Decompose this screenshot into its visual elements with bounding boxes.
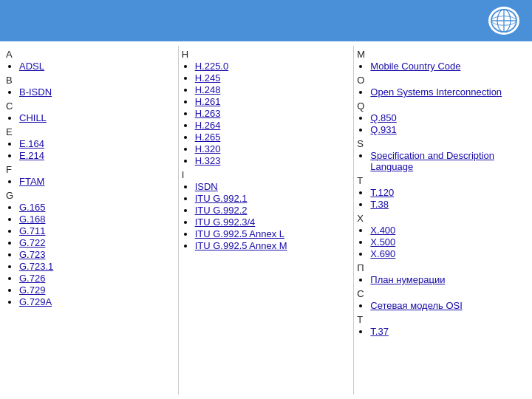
link-list-F: FTAM	[6, 176, 175, 187]
link-План-нумерации[interactable]: План нумерации	[370, 274, 445, 285]
list-item: E.214	[19, 150, 175, 161]
link-T.37[interactable]: T.37	[370, 326, 389, 337]
link-E.164[interactable]: E.164	[19, 138, 44, 149]
link-ITU-G.992.5-Annex-M[interactable]: ITU G.992.5 Annex M	[195, 240, 287, 251]
list-item: ISDN	[195, 181, 351, 192]
link-Mobile-Country-Code[interactable]: Mobile Country Code	[370, 61, 460, 72]
link-H.320[interactable]: H.320	[195, 143, 221, 154]
link-ITU-G.992.3/4[interactable]: ITU G.992.3/4	[195, 216, 256, 228]
content-area: AADSLBB-ISDNCCHILLEE.164E.214FFTAMGG.165…	[0, 41, 532, 399]
section-letter-T: T	[357, 175, 526, 186]
header	[0, 0, 532, 41]
list-item: Open Systems Interconnection	[370, 86, 526, 98]
list-item: H.261	[195, 96, 351, 107]
section-letter-A: A	[6, 49, 175, 60]
link-X.400[interactable]: X.400	[370, 225, 395, 236]
list-item: G.722	[19, 237, 175, 248]
list-item: ITU G.992.5 Annex L	[195, 228, 351, 239]
list-item: T.120	[370, 187, 526, 198]
link-B-ISDN[interactable]: B-ISDN	[19, 86, 52, 98]
link-Open-Systems-Interconnection[interactable]: Open Systems Interconnection	[370, 86, 502, 98]
link-G.165[interactable]: G.165	[19, 202, 45, 213]
list-item: G.168	[19, 214, 175, 225]
link-list-С: Сетевая модель OSI	[357, 300, 526, 311]
list-item: G.711	[19, 225, 175, 236]
link-X.690[interactable]: X.690	[370, 248, 395, 259]
list-item: G.165	[19, 202, 175, 213]
link-H.264[interactable]: H.264	[195, 120, 221, 131]
list-item: H.265	[195, 132, 351, 143]
link-H.225.0[interactable]: H.225.0	[195, 61, 229, 72]
link-T.38[interactable]: T.38	[370, 199, 389, 210]
link-H.245[interactable]: H.245	[195, 72, 221, 83]
list-item: X.500	[370, 236, 526, 248]
link-ITU-G.992.5-Annex-L[interactable]: ITU G.992.5 Annex L	[195, 228, 284, 239]
link-T.120[interactable]: T.120	[370, 187, 394, 198]
link-G.723.1[interactable]: G.723.1	[19, 261, 53, 272]
list-item: G.729	[19, 284, 175, 296]
link-X.500[interactable]: X.500	[370, 236, 395, 248]
link-list-Т: T.37	[357, 326, 526, 337]
link-list-I: ISDNITU G.992.1ITU G.992.2ITU G.992.3/4I…	[182, 181, 351, 251]
list-item: T.38	[370, 199, 526, 210]
list-item: G.723.1	[19, 261, 175, 272]
link-ITU-G.992.1[interactable]: ITU G.992.1	[195, 193, 248, 204]
link-list-A: ADSL	[6, 61, 175, 72]
list-item: B-ISDN	[19, 86, 175, 98]
link-CHILL[interactable]: CHILL	[19, 112, 47, 123]
list-item: X.690	[370, 248, 526, 259]
link-G.729[interactable]: G.729	[19, 284, 45, 296]
link-H.248[interactable]: H.248	[195, 84, 221, 95]
link-H.261[interactable]: H.261	[195, 96, 221, 107]
link-list-X: X.400X.500X.690	[357, 225, 526, 259]
link-Specification-and-Description-Language[interactable]: Specification and Description Language	[370, 150, 494, 172]
page: AADSLBB-ISDNCCHILLEE.164E.214FFTAMGG.165…	[0, 0, 532, 399]
link-Сетевая-модель-OSI[interactable]: Сетевая модель OSI	[370, 300, 463, 311]
column-2: HH.225.0H.245H.248H.261H.263H.264H.265H.…	[179, 46, 355, 395]
link-Q.931[interactable]: Q.931	[370, 124, 396, 135]
section-letter-M: M	[357, 49, 526, 60]
list-item: G.726	[19, 273, 175, 284]
link-G.723[interactable]: G.723	[19, 249, 45, 260]
section-letter-I: I	[182, 169, 351, 180]
section-letter-X: X	[357, 213, 526, 224]
link-list-B: B-ISDN	[6, 86, 175, 98]
section-letter-G: G	[6, 190, 175, 201]
link-E.214[interactable]: E.214	[19, 150, 44, 161]
link-FTAM[interactable]: FTAM	[19, 176, 44, 187]
link-ISDN[interactable]: ISDN	[195, 181, 218, 192]
link-H.263[interactable]: H.263	[195, 108, 221, 119]
list-item: H.323	[195, 155, 351, 166]
section-letter-П: П	[357, 262, 526, 273]
section-letter-E: E	[6, 126, 175, 137]
link-G.711[interactable]: G.711	[19, 225, 45, 236]
link-ITU-G.992.2[interactable]: ITU G.992.2	[195, 205, 248, 216]
link-list-H: H.225.0H.245H.248H.261H.263H.264H.265H.3…	[182, 61, 351, 166]
link-list-S: Specification and Description Language	[357, 150, 526, 172]
link-G.168[interactable]: G.168	[19, 214, 45, 225]
logo	[486, 6, 522, 35]
link-H.265[interactable]: H.265	[195, 132, 221, 143]
list-item: H.264	[195, 120, 351, 131]
link-ADSL[interactable]: ADSL	[19, 61, 44, 72]
link-G.729A[interactable]: G.729A	[19, 296, 52, 307]
section-letter-C: C	[6, 100, 175, 112]
list-item: H.320	[195, 143, 351, 154]
link-Q.850[interactable]: Q.850	[370, 112, 396, 123]
list-item: H.248	[195, 84, 351, 95]
link-G.726[interactable]: G.726	[19, 273, 45, 284]
section-letter-B: B	[6, 75, 175, 86]
list-item: ITU G.992.5 Annex M	[195, 240, 351, 251]
list-item: Сетевая модель OSI	[370, 300, 526, 311]
section-letter-Q: Q	[357, 100, 526, 112]
link-list-T: T.120T.38	[357, 187, 526, 210]
section-letter-S: S	[357, 138, 526, 149]
list-item: H.263	[195, 108, 351, 119]
link-list-E: E.164E.214	[6, 138, 175, 161]
link-list-Q: Q.850Q.931	[357, 112, 526, 135]
list-item: FTAM	[19, 176, 175, 187]
link-H.323[interactable]: H.323	[195, 155, 221, 166]
list-item: ITU G.992.3/4	[195, 216, 351, 228]
link-G.722[interactable]: G.722	[19, 237, 45, 248]
list-item: ITU G.992.1	[195, 193, 351, 204]
